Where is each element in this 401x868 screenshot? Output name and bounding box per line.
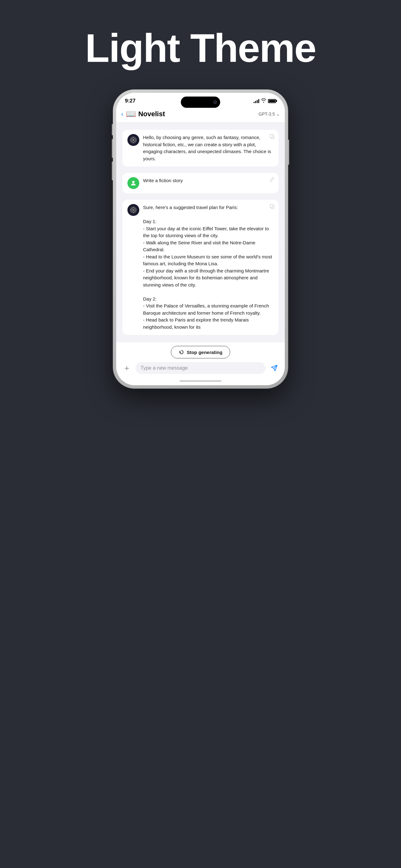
home-bar (179, 380, 222, 382)
svg-point-4 (131, 140, 132, 141)
ai-avatar-1 (127, 134, 139, 146)
svg-point-9 (134, 141, 136, 142)
bottom-area: Stop generating + Type a new message (116, 342, 285, 376)
ai-avatar-2 (127, 204, 139, 216)
svg-rect-24 (270, 204, 273, 208)
back-button[interactable]: ‹ (121, 110, 123, 118)
ai-message-1: Hello, by choosing any genre, such as fa… (123, 130, 278, 166)
power-button (288, 140, 289, 165)
volume-down-button (112, 161, 113, 180)
stop-generating-button[interactable]: Stop generating (171, 346, 230, 359)
wifi-icon (261, 98, 266, 103)
svg-point-8 (132, 141, 133, 142)
side-buttons-right (288, 140, 289, 165)
svg-point-7 (134, 138, 136, 140)
svg-point-20 (134, 208, 136, 209)
dynamic-island (181, 97, 220, 108)
model-label: GPT-3.5 (259, 112, 275, 117)
page-title: Light Theme (85, 25, 316, 71)
home-indicator (116, 376, 285, 385)
phone-frame: 9:27 (113, 90, 288, 389)
add-button[interactable]: + (121, 363, 132, 374)
svg-point-16 (133, 212, 134, 213)
svg-point-6 (132, 138, 133, 140)
svg-point-15 (133, 207, 134, 208)
message-block-ai-1: Hello, by choosing any genre, such as fa… (116, 127, 285, 170)
mute-button (112, 124, 113, 135)
chevron-down-icon: ⌄ (276, 112, 280, 117)
nav-title-area: 📖 Novelist (126, 109, 259, 119)
svg-point-17 (131, 209, 132, 211)
phone-screen: 9:27 (116, 93, 285, 385)
message-block-ai-2: Sure, here's a suggested travel plan for… (116, 196, 285, 338)
volume-up-button (112, 139, 113, 158)
svg-point-12 (132, 181, 134, 183)
message-header-1: Hello, by choosing any genre, such as fa… (127, 134, 274, 162)
signal-icon (254, 99, 259, 103)
copy-icon-2[interactable] (269, 204, 275, 211)
svg-rect-11 (270, 134, 273, 138)
app-emoji: 📖 (126, 109, 136, 119)
svg-point-19 (132, 208, 133, 209)
message-block-user-1: Write a fiction story (116, 170, 285, 196)
svg-point-1 (132, 139, 134, 141)
svg-point-2 (133, 137, 134, 138)
svg-point-3 (133, 142, 134, 143)
svg-point-5 (135, 140, 136, 141)
status-bar: 9:27 (116, 93, 285, 106)
ai-message-1-text: Hello, by choosing any genre, such as fa… (143, 134, 274, 162)
battery-icon (268, 99, 276, 103)
message-header-user-1: Write a fiction story (127, 177, 274, 189)
model-selector[interactable]: GPT-3.5 ⌄ (259, 112, 280, 117)
chat-area: Hello, by choosing any genre, such as fa… (116, 123, 285, 342)
message-header-ai-2: Sure, here's a suggested travel plan for… (127, 204, 274, 331)
svg-point-21 (132, 211, 133, 212)
edit-icon-1[interactable] (269, 177, 275, 183)
nav-header: ‹ 📖 Novelist GPT-3.5 ⌄ (116, 106, 285, 123)
message-input[interactable]: Type a new message (136, 362, 265, 374)
copy-icon-1[interactable] (269, 133, 275, 141)
status-icons (254, 98, 276, 103)
ai-message-2: Sure, here's a suggested travel plan for… (123, 200, 278, 335)
app-name: Novelist (138, 110, 165, 118)
svg-point-14 (132, 209, 134, 211)
user-avatar-1 (127, 177, 139, 189)
svg-point-22 (134, 211, 136, 212)
input-row: + Type a new message (121, 362, 280, 374)
user-message-1-text: Write a fiction story (143, 177, 274, 184)
front-camera (213, 100, 217, 104)
ai-message-2-text: Sure, here's a suggested travel plan for… (143, 204, 274, 331)
svg-point-18 (135, 209, 136, 211)
side-buttons-left (112, 124, 113, 180)
send-button[interactable] (269, 363, 280, 374)
status-time: 9:27 (125, 98, 136, 104)
user-message-1: Write a fiction story (123, 173, 278, 193)
stop-generating-label: Stop generating (187, 350, 222, 355)
